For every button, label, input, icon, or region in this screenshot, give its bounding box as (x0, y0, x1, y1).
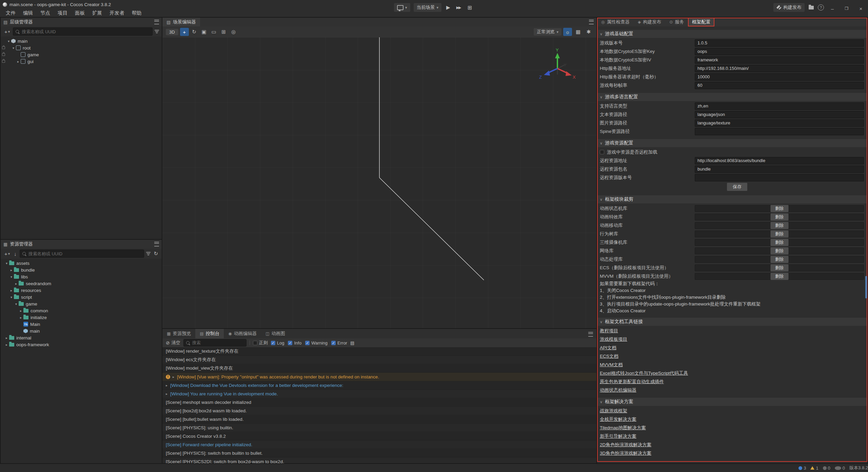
delete-module-button-8[interactable]: 删除 (770, 273, 788, 280)
console-search[interactable] (183, 339, 246, 347)
delete-module-button-5[interactable]: 删除 (770, 247, 788, 254)
tree-row-Main[interactable]: TSMain (1, 321, 162, 328)
import-asset-icon[interactable]: ↓ (13, 251, 18, 257)
status-error[interactable]: 0 (823, 466, 830, 471)
view-mode-select[interactable]: 正常浏览 ▾ (534, 28, 561, 36)
chevron-right-icon[interactable]: ▸ (18, 316, 23, 319)
minimize-button[interactable]: – (825, 0, 840, 17)
remote-load-checkbox[interactable] (600, 150, 604, 154)
chevron-right-icon[interactable]: ▸ (14, 282, 19, 286)
console-tab-3[interactable]: ◫动画图 (261, 329, 290, 338)
console-message[interactable]: !▸[Window] [Vue warn]: Property "onInput… (162, 373, 596, 381)
link-4-7[interactable]: 动画状态机编辑器 (600, 386, 636, 394)
filter-log[interactable]: ✓Log (271, 340, 284, 346)
property-input-1-1[interactable] (695, 111, 864, 118)
console-message[interactable]: ▸[Window] Download the Vue Devtools exte… (162, 381, 596, 390)
chevron-down-icon[interactable]: ▾ (14, 302, 19, 306)
tree-row-bundle[interactable]: ▸bundle (1, 267, 162, 273)
link-4-6[interactable]: 原生包热更新配置自动生成插件 (600, 377, 664, 386)
section-header-0[interactable]: ∨游戏基础配置 (597, 30, 867, 38)
menu-item-4[interactable]: 面板 (71, 9, 88, 17)
tree-row-seedrandom[interactable]: ▸seedrandom (1, 280, 162, 287)
delete-module-button-2[interactable]: 删除 (770, 222, 788, 229)
scene-tab[interactable]: ▧ 场景编辑器 (162, 18, 200, 26)
scene-gizmo-settings-icon[interactable]: ▦ (574, 28, 583, 36)
link-4-1[interactable]: 游戏模板项目 (600, 335, 627, 343)
inspector-tab-3[interactable]: 框架配置 (688, 18, 714, 26)
create-node-button[interactable]: +▾ (3, 29, 11, 35)
property-input-0-2[interactable] (695, 56, 864, 64)
checkbox-warning[interactable]: ✓ (305, 341, 310, 345)
section-header-3[interactable]: ∨框架模块裁剪 (597, 195, 867, 203)
chevron-down-icon[interactable]: ▾ (6, 39, 11, 43)
link-4-3[interactable]: ECS文档 (600, 352, 618, 360)
chevron-right-icon[interactable]: ▸ (4, 343, 9, 347)
link-5-3[interactable]: 新手引导解决方案 (600, 432, 636, 440)
tree-row-libs[interactable]: ▾libs (1, 273, 162, 280)
create-asset-button[interactable]: +▾ (3, 251, 11, 257)
panel-menu-icon[interactable] (589, 20, 594, 24)
expand-icon[interactable]: ▸ (166, 392, 167, 396)
filter-info[interactable]: ✓Info (288, 340, 301, 346)
scene-settings-gear-icon[interactable]: ✱ (584, 28, 593, 36)
filter-icon[interactable] (155, 30, 159, 34)
tree-row-initialize[interactable]: ▸initialize (1, 314, 162, 321)
property-input-0-1[interactable] (695, 48, 864, 55)
tree-row-resources[interactable]: ▸resources (1, 287, 162, 294)
filter-warning[interactable]: ✓Warning (305, 340, 328, 346)
checkbox-log[interactable]: ✓ (271, 341, 275, 345)
link-5-5[interactable]: 3D角色扮演游戏解决方案 (600, 449, 651, 457)
preview-window-icon[interactable]: ⊞ (466, 3, 474, 12)
checkbox-error[interactable]: ✓ (331, 341, 336, 345)
property-input-0-0[interactable] (695, 39, 864, 47)
tree-row-internal[interactable]: ▸internal (1, 334, 162, 341)
rotate-tool-icon[interactable]: ↻ (190, 28, 199, 36)
rect-tool-icon[interactable]: ▭ (210, 28, 218, 36)
tree-row-root[interactable]: ▾root (1, 44, 162, 51)
status-warn[interactable]: 1 (810, 466, 818, 471)
tree-row-script[interactable]: ▾script (1, 294, 162, 300)
tree-row-main[interactable]: ▾main (1, 38, 162, 44)
menu-item-1[interactable]: 编辑 (19, 9, 37, 17)
chevron-down-icon[interactable]: ▾ (9, 295, 14, 299)
inspector-tab-0[interactable]: ◎属性检查器 (597, 18, 634, 26)
preview-device-select[interactable]: ▾ (394, 3, 410, 12)
move-tool-icon[interactable]: + (180, 28, 189, 36)
menu-item-3[interactable]: 项目 (54, 9, 71, 17)
chevron-right-icon[interactable]: ▸ (18, 309, 23, 313)
property-input-1-3[interactable] (695, 128, 864, 135)
assets-search[interactable] (20, 250, 144, 258)
tree-row-common[interactable]: ▸common (1, 307, 162, 314)
link-4-5[interactable]: Excel格式转Json文件与TypeScript代码工具 (600, 369, 688, 377)
inspector-tab-2[interactable]: ⊙服务 (665, 18, 688, 26)
chevron-down-icon[interactable]: ▾ (9, 275, 14, 279)
scale-tool-icon[interactable]: ▣ (200, 28, 209, 36)
tree-row-gui[interactable]: ▸gui (1, 58, 162, 65)
menu-item-6[interactable]: 开发者 (106, 9, 128, 17)
link-4-4[interactable]: MVVM文档 (600, 360, 623, 369)
scrollbar-thumb[interactable] (865, 276, 867, 298)
console-tab-2[interactable]: ◉动画编辑器 (224, 329, 261, 338)
property-input-1-0[interactable] (695, 102, 864, 110)
clear-console-button[interactable]: ⊘ 清空 (166, 340, 180, 346)
maximize-button[interactable]: ❒ (840, 0, 854, 17)
link-4-2[interactable]: API文档 (600, 343, 616, 352)
link-5-4[interactable]: 2D角色扮演游戏解决方案 (600, 440, 651, 449)
property-input-1-2[interactable] (695, 119, 864, 127)
section-header-2[interactable]: ∨游戏资源配置 (597, 139, 867, 147)
play-button[interactable]: ▶ (445, 4, 452, 11)
scene-light-toggle[interactable]: ☼ (563, 28, 572, 36)
status-note[interactable]: 0 (835, 466, 845, 471)
property-input-2-2[interactable] (695, 174, 864, 181)
open-project-folder-icon[interactable] (809, 6, 814, 9)
gizmo-rotation-icon[interactable]: ◎ (229, 28, 238, 36)
section-header-5[interactable]: ∨框架解决方案 (597, 398, 867, 406)
console-message[interactable]: ▸[Window] You are running Vue in develop… (162, 390, 596, 398)
hierarchy-search-input[interactable] (21, 29, 150, 35)
panel-menu-icon[interactable] (154, 242, 159, 247)
regex-toggle[interactable]: 正则 (253, 340, 268, 346)
axis-gizmo[interactable]: Y X Z (537, 47, 578, 88)
panel-menu-icon[interactable] (154, 20, 159, 24)
close-button[interactable]: × (854, 0, 868, 17)
console-tab-1[interactable]: ▤控制台 (195, 329, 224, 338)
